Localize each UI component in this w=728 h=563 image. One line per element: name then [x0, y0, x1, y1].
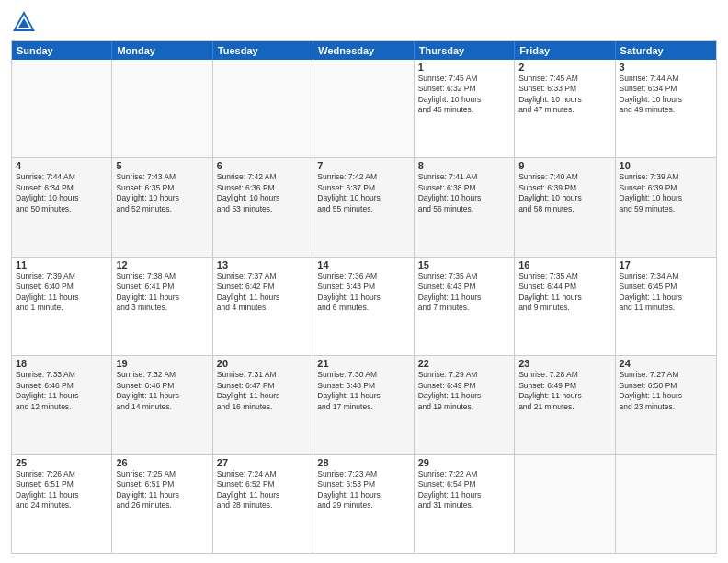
day-number: 11 — [16, 259, 108, 270]
day-number: 13 — [217, 259, 309, 270]
day-number: 6 — [217, 160, 309, 171]
calendar-row: 25Sunrise: 7:26 AMSunset: 6:51 PMDayligh… — [12, 454, 716, 553]
day-number: 1 — [418, 62, 510, 73]
day-number: 18 — [16, 358, 108, 369]
day-number: 2 — [518, 62, 610, 73]
calendar-cell: 27Sunrise: 7:24 AMSunset: 6:52 PMDayligh… — [213, 455, 313, 553]
header — [11, 9, 717, 35]
calendar-row: 1Sunrise: 7:45 AMSunset: 6:32 PMDaylight… — [12, 60, 716, 157]
calendar-cell: 4Sunrise: 7:44 AMSunset: 6:34 PMDaylight… — [12, 158, 112, 256]
calendar-header-cell: Wednesday — [313, 41, 414, 60]
day-number: 7 — [317, 160, 409, 171]
calendar-cell: 25Sunrise: 7:26 AMSunset: 6:51 PMDayligh… — [12, 455, 112, 553]
calendar-cell — [213, 60, 313, 157]
day-number: 15 — [418, 259, 510, 270]
calendar-header-cell: Thursday — [415, 41, 515, 60]
calendar-header-cell: Monday — [112, 41, 212, 60]
calendar-cell — [12, 60, 112, 157]
day-number: 20 — [217, 358, 309, 369]
calendar-header-cell: Sunday — [12, 41, 112, 60]
calendar-cell: 16Sunrise: 7:35 AMSunset: 6:44 PMDayligh… — [515, 258, 615, 355]
calendar-cell: 26Sunrise: 7:25 AMSunset: 6:51 PMDayligh… — [112, 455, 212, 553]
cell-info: Sunrise: 7:40 AMSunset: 6:39 PMDaylight:… — [518, 172, 610, 214]
calendar: SundayMondayTuesdayWednesdayThursdayFrid… — [11, 40, 717, 554]
logo — [11, 9, 40, 35]
cell-info: Sunrise: 7:35 AMSunset: 6:43 PMDaylight:… — [418, 271, 510, 314]
calendar-body: 1Sunrise: 7:45 AMSunset: 6:32 PMDaylight… — [12, 60, 716, 553]
cell-info: Sunrise: 7:45 AMSunset: 6:32 PMDaylight:… — [418, 74, 510, 116]
day-number: 10 — [620, 160, 712, 171]
cell-info: Sunrise: 7:24 AMSunset: 6:52 PMDaylight:… — [217, 469, 309, 511]
day-number: 17 — [620, 259, 712, 270]
calendar-cell: 12Sunrise: 7:38 AMSunset: 6:41 PMDayligh… — [112, 258, 212, 355]
calendar-cell: 5Sunrise: 7:43 AMSunset: 6:35 PMDaylight… — [112, 158, 212, 256]
cell-info: Sunrise: 7:22 AMSunset: 6:54 PMDaylight:… — [418, 469, 510, 511]
calendar-cell: 18Sunrise: 7:33 AMSunset: 6:46 PMDayligh… — [12, 356, 112, 454]
day-number: 24 — [620, 358, 712, 369]
logo-icon — [11, 9, 37, 35]
calendar-header-cell: Saturday — [616, 41, 716, 60]
day-number: 26 — [116, 457, 208, 468]
day-number: 16 — [518, 259, 610, 270]
day-number: 19 — [116, 358, 208, 369]
calendar-cell: 10Sunrise: 7:39 AMSunset: 6:39 PMDayligh… — [616, 158, 716, 256]
day-number: 8 — [418, 160, 510, 171]
calendar-cell: 3Sunrise: 7:44 AMSunset: 6:34 PMDaylight… — [616, 60, 716, 157]
cell-info: Sunrise: 7:26 AMSunset: 6:51 PMDaylight:… — [16, 469, 108, 511]
cell-info: Sunrise: 7:23 AMSunset: 6:53 PMDaylight:… — [317, 469, 409, 511]
calendar-header: SundayMondayTuesdayWednesdayThursdayFrid… — [12, 41, 716, 60]
calendar-cell: 21Sunrise: 7:30 AMSunset: 6:48 PMDayligh… — [313, 356, 414, 454]
cell-info: Sunrise: 7:45 AMSunset: 6:33 PMDaylight:… — [518, 74, 610, 116]
calendar-cell: 22Sunrise: 7:29 AMSunset: 6:49 PMDayligh… — [415, 356, 515, 454]
calendar-cell: 14Sunrise: 7:36 AMSunset: 6:43 PMDayligh… — [313, 258, 414, 355]
day-number: 25 — [16, 457, 108, 468]
calendar-cell: 2Sunrise: 7:45 AMSunset: 6:33 PMDaylight… — [515, 60, 615, 157]
cell-info: Sunrise: 7:44 AMSunset: 6:34 PMDaylight:… — [16, 172, 108, 214]
calendar-cell: 19Sunrise: 7:32 AMSunset: 6:46 PMDayligh… — [112, 356, 212, 454]
calendar-cell: 15Sunrise: 7:35 AMSunset: 6:43 PMDayligh… — [415, 258, 515, 355]
calendar-row: 18Sunrise: 7:33 AMSunset: 6:46 PMDayligh… — [12, 355, 716, 454]
calendar-cell: 23Sunrise: 7:28 AMSunset: 6:49 PMDayligh… — [515, 356, 615, 454]
cell-info: Sunrise: 7:35 AMSunset: 6:44 PMDaylight:… — [518, 271, 610, 314]
cell-info: Sunrise: 7:39 AMSunset: 6:39 PMDaylight:… — [620, 172, 712, 214]
cell-info: Sunrise: 7:43 AMSunset: 6:35 PMDaylight:… — [116, 172, 208, 214]
cell-info: Sunrise: 7:32 AMSunset: 6:46 PMDaylight:… — [116, 370, 208, 412]
cell-info: Sunrise: 7:34 AMSunset: 6:45 PMDaylight:… — [620, 271, 712, 314]
calendar-cell: 6Sunrise: 7:42 AMSunset: 6:36 PMDaylight… — [213, 158, 313, 256]
cell-info: Sunrise: 7:44 AMSunset: 6:34 PMDaylight:… — [620, 74, 712, 116]
calendar-cell — [313, 60, 414, 157]
cell-info: Sunrise: 7:42 AMSunset: 6:37 PMDaylight:… — [317, 172, 409, 214]
day-number: 14 — [317, 259, 409, 270]
cell-info: Sunrise: 7:25 AMSunset: 6:51 PMDaylight:… — [116, 469, 208, 511]
day-number: 5 — [116, 160, 208, 171]
cell-info: Sunrise: 7:41 AMSunset: 6:38 PMDaylight:… — [418, 172, 510, 214]
cell-info: Sunrise: 7:42 AMSunset: 6:36 PMDaylight:… — [217, 172, 309, 214]
calendar-cell: 28Sunrise: 7:23 AMSunset: 6:53 PMDayligh… — [313, 455, 414, 553]
day-number: 28 — [317, 457, 409, 468]
calendar-cell: 29Sunrise: 7:22 AMSunset: 6:54 PMDayligh… — [415, 455, 515, 553]
cell-info: Sunrise: 7:38 AMSunset: 6:41 PMDaylight:… — [116, 271, 208, 314]
calendar-cell: 11Sunrise: 7:39 AMSunset: 6:40 PMDayligh… — [12, 258, 112, 355]
cell-info: Sunrise: 7:36 AMSunset: 6:43 PMDaylight:… — [317, 271, 409, 314]
calendar-row: 4Sunrise: 7:44 AMSunset: 6:34 PMDaylight… — [12, 157, 716, 256]
day-number: 3 — [620, 62, 712, 73]
calendar-cell: 24Sunrise: 7:27 AMSunset: 6:50 PMDayligh… — [616, 356, 716, 454]
calendar-header-cell: Friday — [515, 41, 615, 60]
cell-info: Sunrise: 7:29 AMSunset: 6:49 PMDaylight:… — [418, 370, 510, 412]
calendar-header-cell: Tuesday — [213, 41, 313, 60]
day-number: 22 — [418, 358, 510, 369]
cell-info: Sunrise: 7:28 AMSunset: 6:49 PMDaylight:… — [518, 370, 610, 412]
calendar-cell: 7Sunrise: 7:42 AMSunset: 6:37 PMDaylight… — [313, 158, 414, 256]
cell-info: Sunrise: 7:37 AMSunset: 6:42 PMDaylight:… — [217, 271, 309, 314]
day-number: 21 — [317, 358, 409, 369]
calendar-cell: 20Sunrise: 7:31 AMSunset: 6:47 PMDayligh… — [213, 356, 313, 454]
day-number: 9 — [518, 160, 610, 171]
cell-info: Sunrise: 7:33 AMSunset: 6:46 PMDaylight:… — [16, 370, 108, 412]
cell-info: Sunrise: 7:39 AMSunset: 6:40 PMDaylight:… — [16, 271, 108, 314]
cell-info: Sunrise: 7:31 AMSunset: 6:47 PMDaylight:… — [217, 370, 309, 412]
day-number: 27 — [217, 457, 309, 468]
calendar-row: 11Sunrise: 7:39 AMSunset: 6:40 PMDayligh… — [12, 257, 716, 355]
calendar-cell: 8Sunrise: 7:41 AMSunset: 6:38 PMDaylight… — [415, 158, 515, 256]
calendar-cell: 13Sunrise: 7:37 AMSunset: 6:42 PMDayligh… — [213, 258, 313, 355]
day-number: 23 — [518, 358, 610, 369]
